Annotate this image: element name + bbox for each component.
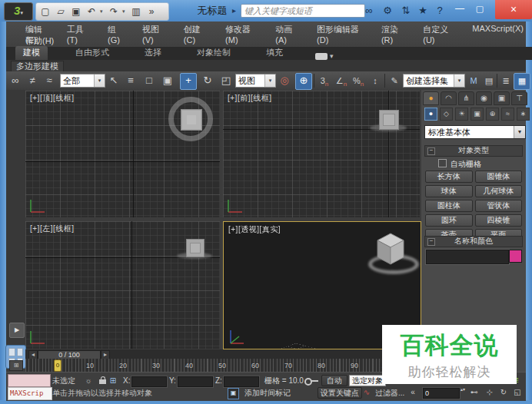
mini-listener-flyout-icon[interactable]: ▶ <box>9 323 25 338</box>
spinner-snap-icon[interactable]: ↕ <box>367 73 383 88</box>
key-mode-toggle-icon[interactable]: ⊷ <box>469 387 480 398</box>
box-object-top-view[interactable] <box>181 109 202 131</box>
current-frame-field[interactable] <box>423 388 460 399</box>
align-icon[interactable]: ▤ <box>481 73 497 88</box>
menu-item-group[interactable]: 组(G) <box>105 23 128 45</box>
object-type-rollout[interactable]: − 对象类型 <box>424 145 523 157</box>
object-name-field[interactable] <box>426 250 509 264</box>
box-object-perspective[interactable] <box>373 231 408 270</box>
undo-dropdown[interactable]: ▾ <box>100 5 105 18</box>
geometry-icon[interactable]: ● <box>424 108 437 121</box>
absolute-mode-icon[interactable]: ⊞ <box>108 376 118 386</box>
tab-motion[interactable]: ◉ <box>476 91 492 105</box>
select-and-scale-icon[interactable]: ◰ <box>218 73 234 88</box>
maxscript-listener-label[interactable]: MAXScrip <box>8 387 52 400</box>
angle-snap-icon[interactable]: ∠n <box>334 73 349 88</box>
select-and-manipulate-icon[interactable]: ⊕ <box>295 73 312 90</box>
viewport-perspective-label[interactable]: [+][透视][真实] <box>228 224 281 235</box>
infocenter-search-input[interactable] <box>241 4 365 18</box>
tab-modify[interactable]: ◠ <box>441 91 457 105</box>
percent-snap-icon[interactable]: %n <box>351 73 366 88</box>
use-pivot-center-icon[interactable]: ◎ <box>277 73 292 88</box>
ribbon-minimize-button[interactable]: ▾ <box>315 52 334 60</box>
graphite-toggle-icon[interactable]: ▦ <box>514 73 530 90</box>
name-color-rollout[interactable]: − 名称和颜色 <box>424 236 523 247</box>
menu-item-modifiers[interactable]: 修改器(M) <box>223 23 261 45</box>
time-marker[interactable]: 0 <box>54 359 62 372</box>
viewport-front-label[interactable]: [+][前][线框] <box>228 93 272 104</box>
object-button-tube[interactable]: 管状体 <box>475 200 523 212</box>
z-coordinate-field[interactable] <box>224 376 259 387</box>
y-coordinate-field[interactable] <box>178 376 213 387</box>
menu-item-create[interactable]: 创建(C) <box>181 23 211 45</box>
object-button-cylinder[interactable]: 圆柱体 <box>425 200 473 212</box>
open-file-button[interactable]: ▱ <box>54 5 68 18</box>
object-button-geosphere[interactable]: 几何球体 <box>475 185 523 197</box>
selection-lock-bulb-icon[interactable]: ☼ <box>83 376 94 386</box>
close-button[interactable]: × <box>495 0 532 19</box>
undo-button[interactable]: ↶ <box>85 5 98 18</box>
systems-icon[interactable]: ∗ <box>517 108 530 121</box>
lock-icon[interactable] <box>99 379 106 384</box>
go-to-start-icon[interactable]: « <box>407 387 418 398</box>
box-object-front-view[interactable] <box>379 110 399 130</box>
search-flyout-icon[interactable]: ▸ <box>232 6 236 15</box>
favorites-star-icon[interactable]: ★ <box>415 3 431 18</box>
tab-display[interactable]: ▣ <box>494 91 510 105</box>
window-crossing-icon[interactable]: ▣ <box>160 73 175 88</box>
lights-icon[interactable]: ☀ <box>455 108 468 121</box>
new-scene-button[interactable]: ▢ <box>38 5 52 18</box>
space-warps-icon[interactable]: ≈ <box>501 108 514 121</box>
reference-coordinate-dropdown[interactable]: 视图 ▾ <box>235 74 276 88</box>
shapes-icon[interactable]: ◇ <box>440 108 453 121</box>
subscription-wrench-icon[interactable]: ⚙ <box>380 3 395 18</box>
unlink-selection-icon[interactable]: ≠ <box>25 73 40 88</box>
autogrid-checkbox[interactable]: 自动栅格 <box>438 159 481 170</box>
select-and-link-icon[interactable]: ∞ <box>8 73 23 88</box>
tab-modeling[interactable]: 建模 <box>15 46 48 60</box>
tab-create[interactable]: ● <box>423 91 439 105</box>
x-coordinate-field[interactable] <box>131 376 167 387</box>
menu-item-views[interactable]: 视图(V) <box>140 23 170 45</box>
polygon-modeling-panel[interactable]: 多边形建模 <box>11 61 64 72</box>
redo-dropdown[interactable]: ▾ <box>122 5 128 18</box>
isolate-selection-icon[interactable]: ▣ <box>228 388 239 399</box>
new-key-curve-icon[interactable]: ∿ <box>361 387 372 398</box>
tab-hierarchy[interactable]: ⋔ <box>458 91 474 105</box>
key-filters-button[interactable]: 过滤器... <box>375 388 404 399</box>
menu-item-rendering[interactable]: 渲染(R) <box>379 23 409 45</box>
set-key-button[interactable]: 设置关键点 <box>318 387 362 399</box>
object-button-sphere[interactable]: 球体 <box>425 185 473 197</box>
viewport-top[interactable]: [+][顶][线框] <box>25 91 220 217</box>
tab-utilities[interactable]: ⊤ <box>511 91 527 105</box>
viewport-left[interactable]: [+][左][线框] <box>25 221 220 349</box>
object-button-torus[interactable]: 圆环 <box>425 214 473 227</box>
add-time-tag[interactable]: 添加时间标记 <box>244 388 291 399</box>
key-filter-dropdown[interactable]: 选定对象 <box>349 375 386 386</box>
select-by-name-icon[interactable]: ≡ <box>123 73 138 88</box>
save-file-button[interactable]: ▣ <box>69 5 83 18</box>
menu-item-maxscript[interactable]: MAXScript(X) <box>470 23 526 45</box>
manage-layers-icon[interactable]: ≣ <box>498 73 514 88</box>
bind-to-space-warp-icon[interactable]: ≈ <box>42 73 57 88</box>
geometry-category-dropdown[interactable]: 标准基本体 ▾ <box>424 125 526 139</box>
tab-populate[interactable]: 填充 <box>258 46 291 60</box>
selection-filter-dropdown[interactable]: 全部 ▾ <box>60 74 105 88</box>
object-color-swatch[interactable] <box>509 250 522 263</box>
snap-toggle-icon[interactable]: 3n <box>317 73 332 88</box>
frame-spinner[interactable]: ▴▾ <box>460 387 466 392</box>
minimize-button[interactable]: — <box>451 2 469 17</box>
search-icon[interactable]: ∞ <box>361 3 377 18</box>
track-bar[interactable]: 0 10 20 30 40 50 60 70 80 90 100 <box>25 359 421 373</box>
menu-item-animation[interactable]: 动画(A) <box>273 23 303 45</box>
auto-key-button[interactable]: 自动 <box>321 375 347 386</box>
application-menu-button[interactable]: 3▾ <box>4 2 33 21</box>
named-selection-sets-dropdown[interactable]: 创建选择集 ▾ <box>403 74 465 88</box>
help-icon[interactable]: ? <box>432 3 447 18</box>
select-and-rotate-icon[interactable]: ↻ <box>200 73 215 88</box>
track-bar-icon[interactable]: ⊞ <box>9 360 23 371</box>
viewport-left-label[interactable]: [+][左][线框] <box>30 224 75 234</box>
project-folder-button[interactable]: ▥ <box>129 5 143 18</box>
object-button-pyramid[interactable]: 四棱锥 <box>475 214 523 227</box>
helpers-icon[interactable]: ⊕ <box>486 108 499 121</box>
